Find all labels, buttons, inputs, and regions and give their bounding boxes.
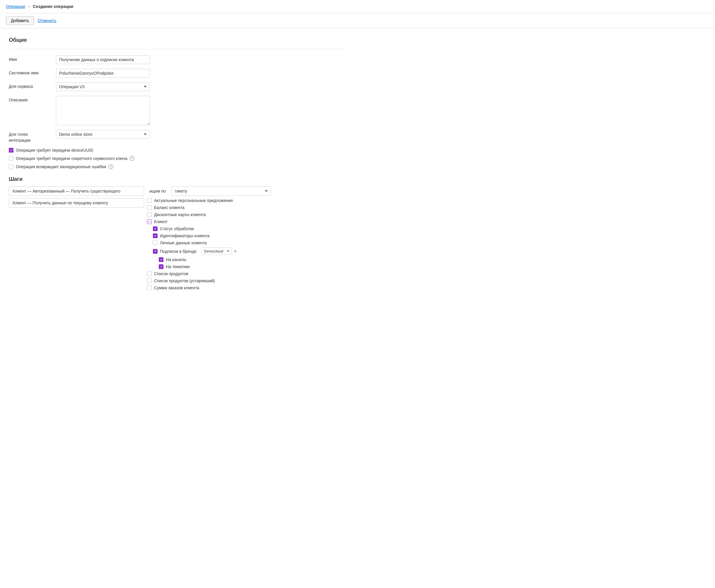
step2-checkbox-list: Актуальные персональные предложения Бала… (147, 198, 238, 293)
cb-identifiers-label: Идентификаторы клиента (160, 233, 210, 238)
cb-status-label: Статус обработки (160, 226, 194, 231)
checkbox-validation-label: Операция возвращает валидационные ошибки (16, 164, 106, 169)
name-input[interactable] (56, 55, 150, 64)
main-content: Общие Имя Системное имя Для сервиса Опер… (0, 28, 353, 304)
cb-products-old-box[interactable] (147, 278, 152, 283)
cb-actual-proposals-label: Актуальные персональные предложения (154, 198, 233, 203)
checkbox-secret-key-label: Операция требует передачи секретного сер… (16, 156, 127, 161)
integration-select[interactable]: Demo online store (56, 130, 150, 139)
cb-client-box[interactable] (147, 219, 152, 224)
service-row: Для сервиса Операция V3 (9, 82, 344, 91)
checkbox-device-uuid-label: Операция требует передачи deviceUUID (16, 148, 93, 152)
step1-select[interactable]: Клиент — Авторизованный — Получить сущес… (9, 186, 144, 196)
cb-client-label: Клиент (154, 219, 168, 224)
brand-x-icon[interactable]: ✕ (234, 249, 237, 253)
brand-select-wrap: Democloud ✕ (202, 248, 238, 255)
cb-actual-proposals-box[interactable] (147, 198, 152, 203)
cb-personal-label: Личные данные клиента (160, 240, 207, 245)
system-name-label: Системное имя (9, 69, 56, 75)
cb-discount-cards: Дисконтные карты клиента (147, 212, 238, 217)
cb-subscriptions: Подписки в бренде Democloud ✕ (153, 248, 238, 255)
checkbox-secret-key-row: Операция требует передачи секретного сер… (9, 156, 344, 161)
cb-topics: На тематики (159, 264, 238, 269)
checkbox-secret-key[interactable] (9, 156, 14, 161)
cb-subscriptions-box[interactable] (153, 249, 157, 254)
cb-status: Статус обработки (153, 226, 238, 231)
step2-select[interactable]: Клиент — Получить данные по текущему кли… (9, 198, 144, 208)
cb-topics-label: На тематики (166, 264, 190, 269)
cb-identifiers-box[interactable] (153, 233, 157, 238)
service-select[interactable]: Операция V3 (56, 82, 150, 91)
cb-balance-label: Баланс клиента (154, 205, 184, 210)
description-row: Описание (9, 96, 344, 125)
cb-balance-box[interactable] (147, 205, 152, 210)
description-textarea[interactable] (56, 96, 150, 125)
breadcrumb-arrow: → (27, 4, 31, 9)
cb-personal: Личные данные клиента (153, 240, 238, 245)
cb-status-box[interactable] (153, 226, 157, 231)
step1-search-select[interactable]: тикету (171, 186, 271, 196)
cb-discount-cards-box[interactable] (147, 212, 152, 217)
steps-title: Шаги (9, 176, 344, 182)
breadcrumb-link[interactable]: Операции (6, 4, 25, 9)
integration-label: Для точек интеграции (9, 130, 56, 143)
integration-row: Для точек интеграции Demo online store (9, 130, 344, 143)
steps-section: Шаги Клиент — Авторизованный — Получить … (9, 176, 344, 293)
general-section-title: Общие (9, 37, 344, 43)
general-divider (9, 49, 344, 49)
name-row: Имя (9, 55, 344, 64)
step1-select-wrap: Клиент — Авторизованный — Получить сущес… (9, 186, 144, 196)
checkbox-validation-row: Операция возвращает валидационные ошибки… (9, 164, 344, 169)
step1-search-label: ищем по (149, 189, 166, 193)
step2-select-wrap: Клиент — Получить данные по текущему кли… (9, 198, 144, 208)
cb-identifiers: Идентификаторы клиента (153, 233, 238, 238)
cb-orders-sum: Сумма заказов клиента (147, 286, 238, 290)
cb-channels-box[interactable] (159, 257, 164, 262)
cb-products-box[interactable] (147, 271, 152, 276)
checkbox-validation[interactable] (9, 164, 14, 169)
brand-select[interactable]: Democloud (202, 248, 232, 255)
cb-orders-sum-label: Сумма заказов клиента (154, 286, 199, 290)
cb-products: Список продуктов (147, 271, 238, 276)
cb-products-old: Список продуктов (устаревший) (147, 278, 238, 283)
step2-row: Клиент — Получить данные по текущему кли… (9, 198, 344, 293)
step1-row: Клиент — Авторизованный — Получить сущес… (9, 186, 344, 196)
cb-topics-box[interactable] (159, 264, 164, 269)
breadcrumb: Операции → Создание операции (0, 0, 715, 13)
cb-balance: Баланс клиента (147, 205, 238, 210)
cb-actual-proposals: Актуальные персональные предложения (147, 198, 238, 203)
cb-subscriptions-label: Подписки в бренде (160, 249, 197, 254)
cb-discount-cards-label: Дисконтные карты клиента (154, 212, 206, 217)
add-button[interactable]: Добавить (6, 16, 34, 25)
description-label: Описание (9, 96, 56, 102)
cb-channels-label: На каналы (166, 257, 186, 262)
cb-channels: На каналы (159, 257, 238, 262)
system-name-row: Системное имя (9, 69, 344, 78)
service-label: Для сервиса (9, 82, 56, 89)
help-icon-secret-key[interactable]: ? (130, 156, 134, 161)
cb-personal-box[interactable] (153, 240, 157, 245)
cancel-button[interactable]: Отменить (38, 18, 57, 23)
breadcrumb-current: Создание операции (33, 4, 73, 9)
cb-products-old-label: Список продуктов (устаревший) (154, 278, 215, 283)
checkbox-device-uuid-row: Операция требует передачи deviceUUID (9, 148, 344, 152)
system-name-input[interactable] (56, 69, 150, 78)
cb-products-label: Список продуктов (154, 271, 188, 276)
help-icon-validation[interactable]: ? (108, 164, 113, 169)
checkbox-device-uuid[interactable] (9, 148, 14, 152)
toolbar: Добавить Отменить (0, 13, 715, 28)
name-label: Имя (9, 55, 56, 62)
cb-orders-sum-box[interactable] (147, 286, 152, 290)
cb-client: Клиент (147, 219, 238, 224)
